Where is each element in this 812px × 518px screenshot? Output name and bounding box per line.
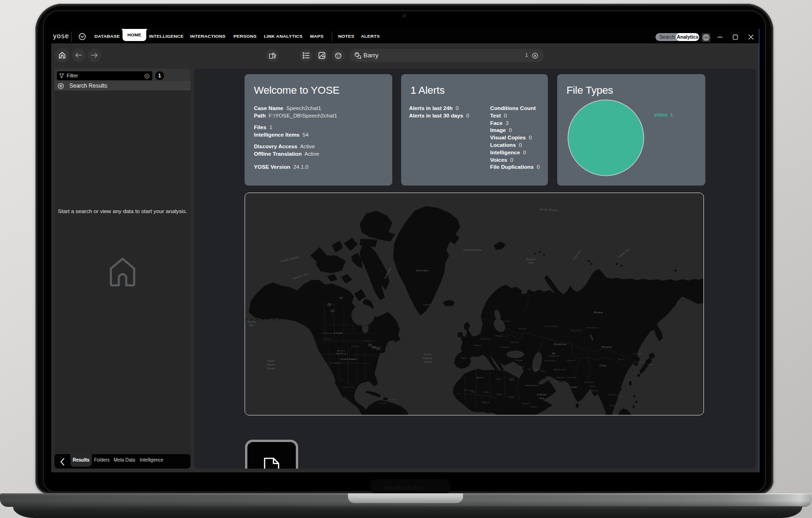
svg-text:Barents: Barents: [526, 258, 536, 261]
svg-text:Kyrgyzstan: Kyrgyzstan: [566, 359, 576, 361]
svg-text:Los Angeles: Los Angeles: [330, 362, 342, 364]
svg-text:New York: New York: [372, 346, 381, 348]
svg-text:Greenland: Greenland: [416, 269, 429, 272]
svg-text:Ocean: Ocean: [267, 367, 275, 370]
svg-text:Laptev Sea: Laptev Sea: [617, 248, 630, 258]
svg-text:Turkmenistan: Turkmenistan: [544, 360, 556, 362]
svg-text:Ukraine: Ukraine: [510, 341, 519, 343]
svg-text:Krasnoyarsk: Krasnoyarsk: [587, 327, 599, 329]
svg-text:Saudi Arabia: Saudi Arabia: [525, 384, 539, 387]
svg-text:Algeria: Algeria: [477, 376, 484, 379]
svg-text:Vietnam: Vietnam: [617, 395, 623, 397]
svg-text:Sea: Sea: [249, 324, 254, 326]
svg-text:New Delhi: New Delhi: [567, 377, 577, 379]
svg-text:NORTH: NORTH: [337, 350, 345, 352]
svg-text:Greenland Sea: Greenland Sea: [464, 249, 482, 251]
svg-text:Iraq: Iraq: [527, 368, 531, 370]
svg-text:France: France: [474, 344, 482, 346]
svg-text:Myanmar: Myanmar: [591, 390, 599, 392]
svg-text:Somalia: Somalia: [530, 406, 537, 408]
svg-text:Atlantic: Atlantic: [423, 357, 432, 359]
svg-text:Venezuela: Venezuela: [387, 399, 397, 401]
svg-text:Poland: Poland: [496, 335, 503, 337]
svg-text:Thailand: Thailand: [609, 394, 617, 396]
svg-text:South Korea: South Korea: [634, 361, 644, 363]
svg-text:Arctic Ocean: Arctic Ocean: [280, 256, 299, 262]
svg-text:Russia: Russia: [594, 311, 603, 314]
svg-text:Romania: Romania: [501, 346, 509, 348]
svg-text:North: North: [424, 353, 431, 356]
svg-text:Yekaterinburg: Yekaterinburg: [545, 325, 558, 327]
svg-text:Karachi: Karachi: [554, 380, 562, 382]
svg-text:Mauritania: Mauritania: [464, 389, 474, 391]
svg-text:Kolkata: Kolkata: [588, 386, 596, 387]
svg-text:Iceland: Iceland: [423, 304, 430, 306]
svg-text:North Korea: North Korea: [633, 353, 643, 355]
svg-text:Turkey: Turkey: [515, 359, 523, 361]
svg-text:Canada: Canada: [334, 332, 343, 334]
svg-text:Beaufort Sea: Beaufort Sea: [293, 272, 308, 280]
svg-text:Malaysia: Malaysia: [610, 405, 617, 407]
svg-text:Ethiopia: Ethiopia: [522, 403, 530, 405]
svg-text:Pakistan: Pakistan: [556, 377, 565, 379]
svg-text:Sea: Sea: [529, 261, 533, 264]
svg-text:Bering: Bering: [248, 320, 256, 323]
svg-text:Chicago: Chicago: [351, 345, 359, 347]
svg-text:Novosibirsk: Novosibirsk: [571, 330, 582, 332]
svg-text:India: India: [571, 386, 577, 388]
svg-text:Cairo: Cairo: [509, 377, 514, 379]
svg-text:Calgary: Calgary: [323, 338, 331, 340]
svg-text:Afghanistan: Afghanistan: [554, 369, 565, 371]
svg-text:Nigeria: Nigeria: [482, 401, 490, 403]
svg-text:United States: United States: [340, 358, 356, 360]
svg-text:Arctic Ocean: Arctic Ocean: [539, 208, 558, 212]
svg-text:Arabian: Arabian: [537, 393, 547, 396]
svg-text:Sea: Sea: [539, 397, 545, 400]
svg-text:Mexico City: Mexico City: [343, 387, 354, 388]
svg-text:Japan: Japan: [647, 364, 653, 366]
svg-text:Uzbekistan: Uzbekistan: [549, 355, 560, 357]
svg-text:Ottawa: Ottawa: [364, 340, 371, 342]
svg-text:Edmonton: Edmonton: [323, 332, 333, 334]
svg-text:Pacific: Pacific: [267, 363, 276, 366]
svg-text:Niger: Niger: [484, 391, 490, 393]
svg-text:Iran: Iran: [541, 370, 546, 372]
svg-text:Spain: Spain: [461, 357, 467, 359]
svg-text:Stockholm: Stockholm: [501, 320, 511, 322]
svg-text:Mongolia: Mongolia: [601, 346, 612, 348]
svg-text:Syria: Syria: [520, 366, 525, 368]
svg-text:Libya: Libya: [495, 378, 501, 380]
svg-text:AMERICA: AMERICA: [336, 352, 346, 355]
svg-text:Kara Sea: Kara Sea: [573, 249, 581, 260]
svg-text:Germany: Germany: [481, 338, 490, 340]
svg-text:Kazakhstan: Kazakhstan: [554, 343, 567, 345]
svg-text:Beijing: Beijing: [618, 359, 625, 360]
svg-text:Chad: Chad: [496, 393, 501, 395]
svg-text:Moscow: Moscow: [519, 328, 526, 330]
svg-text:Bangladesh: Bangladesh: [585, 381, 594, 383]
svg-text:Ocean: Ocean: [423, 360, 432, 363]
svg-text:Tehran: Tehran: [534, 369, 541, 371]
svg-text:Colombia: Colombia: [378, 402, 388, 404]
svg-text:China: China: [599, 364, 606, 367]
svg-text:North: North: [267, 359, 274, 362]
svg-text:Sudan: Sudan: [508, 396, 515, 398]
